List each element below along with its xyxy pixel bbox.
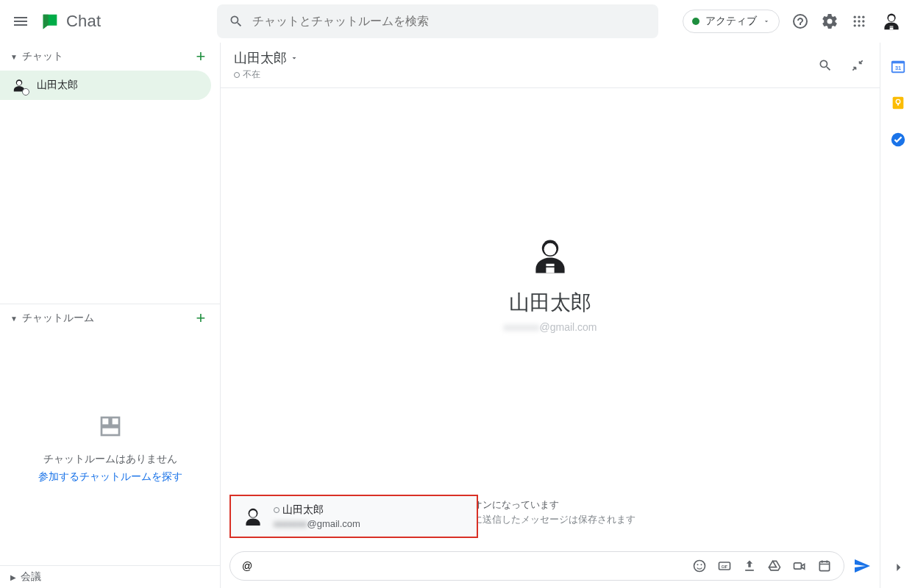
app-logo[interactable]: Chat (40, 11, 101, 32)
svg-point-5 (862, 20, 864, 22)
sidebar-rooms-title: チャットルーム (22, 312, 192, 325)
video-call-icon[interactable] (792, 559, 807, 573)
status-button[interactable]: アクティブ (683, 10, 780, 33)
svg-point-8 (862, 24, 864, 26)
svg-point-23 (697, 564, 699, 565)
svg-point-6 (854, 24, 856, 26)
add-room-button[interactable]: + (192, 309, 210, 328)
chevron-down-icon (763, 18, 770, 25)
profile-avatar (530, 236, 571, 277)
profile-name: 山田太郎 (503, 289, 597, 317)
presence-away-icon (22, 88, 29, 96)
apps-icon[interactable] (850, 12, 868, 30)
presence-away-icon (274, 507, 280, 513)
mention-suggestion[interactable]: 山田太郎 xxxxxxx@gmail.com (231, 496, 477, 537)
svg-rect-14 (102, 417, 110, 426)
svg-point-22 (694, 561, 705, 572)
svg-point-0 (854, 15, 856, 18)
search-in-chat-icon[interactable] (816, 57, 834, 74)
mention-popup: 山田太郎 xxxxxxx@gmail.com (229, 495, 478, 538)
chat-header-name: 山田太郎 (234, 49, 287, 67)
chat-header: 山田太郎 不在 (221, 43, 880, 88)
svg-text:GIF: GIF (722, 564, 727, 569)
caret-down-icon: ▼ (10, 315, 18, 323)
rooms-empty-icon (99, 415, 122, 438)
upload-icon[interactable] (742, 559, 757, 573)
drive-icon[interactable] (767, 559, 782, 573)
gear-icon[interactable] (821, 12, 839, 30)
contact-avatar (10, 76, 28, 94)
svg-rect-16 (102, 427, 119, 435)
sidebar-meet-title: 会議 (21, 570, 210, 584)
sidebar-section-rooms: ▼ チャットルーム + チャットルームはありません 参加するチャットルームを探す (0, 304, 220, 565)
sidebar-section-chat: ▼ チャット + 山田太郎 (0, 43, 220, 304)
sidebar-chat-title: チャット (22, 50, 192, 63)
status-dot (692, 18, 699, 25)
chat-header-status: 不在 (243, 68, 260, 81)
send-button[interactable] (853, 557, 871, 575)
add-chat-button[interactable]: + (192, 47, 210, 66)
svg-rect-11 (890, 26, 894, 29)
tasks-app-icon[interactable] (889, 131, 907, 148)
contact-name: 山田太郎 (37, 79, 78, 92)
sidebar-meet-header[interactable]: ▶ 会議 (0, 566, 220, 588)
mention-name: 山田太郎 (282, 503, 324, 517)
compose-input[interactable] (242, 560, 692, 572)
svg-point-13 (17, 81, 21, 85)
mention-avatar (241, 505, 265, 528)
calendar-icon[interactable] (817, 559, 832, 573)
svg-point-7 (858, 24, 860, 26)
right-rail: 31 (880, 43, 915, 588)
sidebar-rooms-header[interactable]: ▼ チャットルーム + (0, 304, 220, 332)
sidebar: ▼ チャット + 山田太郎 ▼ チャットルーム + チャットルームはありません (0, 43, 221, 588)
app-name: Chat (66, 12, 101, 31)
presence-away-icon (234, 72, 240, 78)
main-layout: ▼ チャット + 山田太郎 ▼ チャットルーム + チャットルームはありません (0, 43, 915, 588)
svg-rect-27 (794, 563, 802, 569)
collapse-icon[interactable] (849, 57, 866, 74)
svg-point-24 (701, 564, 702, 565)
svg-point-2 (862, 15, 864, 18)
svg-point-21 (249, 510, 257, 517)
chevron-down-icon[interactable] (290, 54, 299, 62)
compose-box[interactable]: GIF (229, 551, 844, 581)
svg-point-1 (858, 15, 860, 18)
search-input[interactable] (252, 15, 647, 28)
search-bar[interactable] (217, 4, 658, 38)
top-bar: Chat アクティブ (0, 0, 915, 43)
sidebar-section-meet: ▶ 会議 (0, 565, 220, 588)
gif-icon[interactable]: GIF (717, 559, 732, 573)
mention-email: xxxxxxx@gmail.com (274, 518, 360, 529)
svg-rect-15 (111, 417, 119, 426)
rail-collapse-icon[interactable] (891, 560, 905, 578)
search-icon (229, 14, 243, 29)
rooms-empty-state: チャットルームはありません 参加するチャットルームを探す (0, 332, 220, 565)
chat-pane: 山田太郎 不在 (221, 43, 880, 588)
chat-body: 山田太郎 xxxxxxx@gmail.com (221, 88, 880, 481)
topbar-right: アクティブ (683, 10, 903, 33)
caret-right-icon: ▶ (10, 573, 16, 581)
account-avatar[interactable] (880, 10, 903, 33)
svg-point-18 (544, 243, 557, 256)
svg-text:31: 31 (894, 65, 900, 71)
sidebar-chat-header[interactable]: ▼ チャット + (0, 43, 220, 71)
sidebar-chat-item[interactable]: 山田太郎 (0, 71, 211, 100)
keep-app-icon[interactable] (889, 94, 907, 112)
help-icon[interactable] (791, 12, 809, 30)
profile-block: 山田太郎 xxxxxxx@gmail.com (503, 236, 597, 333)
svg-point-3 (854, 20, 856, 22)
profile-email: xxxxxxx@gmail.com (503, 321, 597, 333)
svg-rect-28 (819, 562, 829, 571)
menu-icon[interactable] (12, 12, 29, 30)
calendar-app-icon[interactable]: 31 (889, 57, 907, 75)
composer-row: GIF (221, 544, 880, 588)
svg-point-4 (858, 20, 860, 22)
status-label: アクティブ (705, 15, 757, 28)
rooms-empty-text: チャットルームはありません (43, 453, 177, 466)
rooms-find-link[interactable]: 参加するチャットルームを探す (38, 470, 182, 484)
svg-rect-32 (892, 97, 903, 110)
caret-down-icon: ▼ (10, 53, 18, 61)
emoji-icon[interactable] (692, 559, 707, 573)
svg-rect-34 (897, 104, 899, 106)
svg-rect-19 (546, 264, 554, 273)
